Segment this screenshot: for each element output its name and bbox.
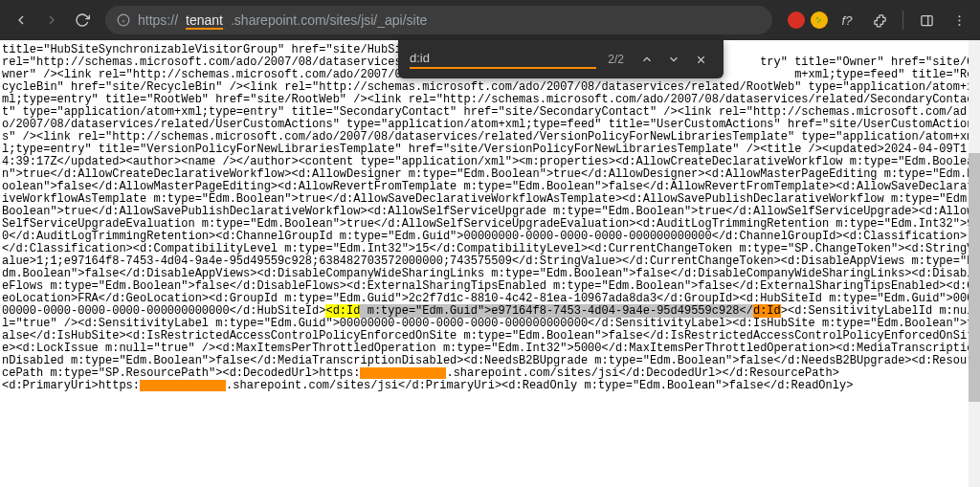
cookie-icon[interactable] [811,11,828,29]
svg-rect-6 [921,15,931,25]
extensions-icon[interactable] [866,7,893,33]
xml-text-pre: title="HubSiteSynchronizableVisitorGroup… [2,43,973,318]
find-input[interactable]: d:id [410,51,596,69]
sidepanel-icon[interactable] [913,7,940,33]
redacted-block [360,367,446,379]
url-path: .sharepoint.com/sites/jsi/_api/site [231,12,427,28]
find-count: 2/2 [608,53,624,66]
font-icon[interactable]: f? [834,7,860,33]
menu-icon[interactable] [946,7,972,33]
forward-button[interactable] [38,7,65,33]
find-match: <d:Id [325,304,360,318]
svg-point-10 [958,23,960,25]
url-host: tenant [186,12,223,28]
url-protocol: https:// [138,12,178,28]
svg-point-4 [819,19,821,21]
xml-response-body[interactable]: title="HubSiteSynchronizableVisitorGroup… [0,40,980,487]
svg-point-5 [817,21,819,23]
scrollbar-thumb[interactable] [969,153,980,402]
find-next-button[interactable] [662,48,685,71]
back-button[interactable] [8,7,34,33]
toolbar-right: f? [788,7,972,33]
redacted-block [140,380,226,391]
svg-point-9 [958,19,960,21]
find-prev-button[interactable] [635,48,658,71]
browser-toolbar: https://tenant.sharepoint.com/sites/jsi/… [0,0,980,40]
svg-point-8 [958,15,960,17]
address-bar[interactable]: https://tenant.sharepoint.com/sites/jsi/… [105,6,772,34]
svg-point-3 [816,17,818,19]
site-info-icon [117,13,130,27]
reload-button[interactable] [69,7,96,33]
find-in-page: d:id 2/2 [398,40,724,78]
find-close-button[interactable] [689,48,712,71]
record-icon[interactable] [788,11,805,29]
find-match-current: d:Id [753,304,781,318]
